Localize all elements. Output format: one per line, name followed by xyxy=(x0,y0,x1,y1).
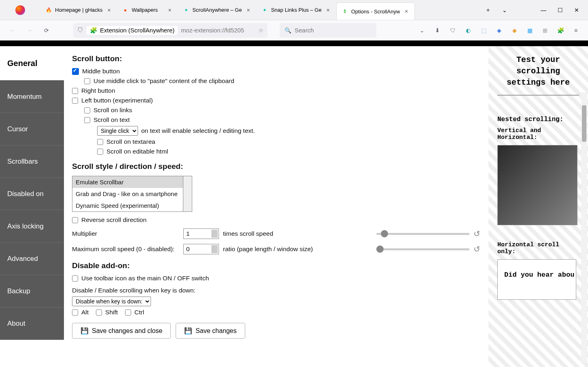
checkbox-left-button[interactable] xyxy=(72,98,78,104)
bitwarden-icon[interactable]: ◈ xyxy=(495,26,503,34)
tab-scrollanywhere-addon[interactable]: ✦ ScrollAnywhere – Ge × xyxy=(178,0,257,20)
spinner-multiplier[interactable]: 1 xyxy=(183,228,219,239)
tab-ghacks[interactable]: 🔥 Homepage | gHacks × xyxy=(40,0,117,20)
close-icon[interactable]: × xyxy=(167,7,173,13)
sidebar-item-axis-locking[interactable]: Axis locking xyxy=(0,210,64,243)
reload-button[interactable]: ⟳ xyxy=(40,24,53,37)
new-tab-icon[interactable]: ＋ xyxy=(485,7,491,13)
slider-maxspeed[interactable] xyxy=(376,248,469,250)
translate-icon[interactable]: ⬚ xyxy=(480,26,488,34)
ublock-icon[interactable]: 🛡 xyxy=(449,26,457,34)
heading-scroll-button: Scroll button: xyxy=(72,54,480,63)
close-icon[interactable]: × xyxy=(403,8,410,15)
toolbar-extensions: ⌄ ⬇ 🛡 ◐ ⬚ ◈ ◆ ▦ ⊞ 🧩 ≡ xyxy=(418,26,582,34)
select-keydown[interactable]: Disable when key is down: xyxy=(72,297,151,306)
url-bar[interactable]: ⛉ 🧩 Extension (ScrollAnywhere) moz-exten… xyxy=(73,23,267,38)
ext-icon-1[interactable]: ◐ xyxy=(464,26,472,34)
save-and-close-button[interactable]: 💾 Save changes and close xyxy=(72,323,171,339)
url-prefix-label: Extension (ScrollAnywhere) xyxy=(100,27,174,34)
checkbox-reverse[interactable] xyxy=(72,217,78,223)
search-bar[interactable]: 🔍 xyxy=(280,23,376,38)
reset-maxspeed-icon[interactable]: ↺ xyxy=(473,244,480,254)
listbox-item-dynamic[interactable]: Dynamic Speed (experimental) xyxy=(72,200,183,211)
checkbox-toolbar-switch[interactable] xyxy=(72,275,78,282)
reset-multiplier-icon[interactable]: ↺ xyxy=(473,229,480,239)
app-menu-icon[interactable]: ≡ xyxy=(572,26,580,34)
checkbox-middle-button[interactable] xyxy=(72,68,79,75)
extension-icon: 🧩 xyxy=(90,27,98,34)
url-identity[interactable]: 🧩 Extension (ScrollAnywhere) xyxy=(87,26,178,35)
listbox-scrollbar[interactable] xyxy=(183,176,192,212)
search-icon: 🔍 xyxy=(284,27,291,34)
titlebar-controls: ＋ ⌄ — ☐ ✕ xyxy=(477,0,588,20)
close-icon[interactable]: × xyxy=(106,7,113,13)
tab-label: Snap Links Plus – Ge xyxy=(271,7,322,13)
tab-label: Homepage | gHacks xyxy=(55,7,103,13)
tab-snaplinks-addon[interactable]: ✦ Snap Links Plus – Ge × xyxy=(257,0,336,20)
checkbox-alt[interactable] xyxy=(72,309,78,316)
label-click-mode-suffix: on text will enable selecting / editing … xyxy=(141,127,255,134)
sidebar-item-disabled-on[interactable]: Disabled on xyxy=(0,178,64,210)
favicon-addon-icon: ✦ xyxy=(261,7,268,13)
sidebar-item-backup[interactable]: Backup xyxy=(0,275,64,307)
close-icon[interactable]: × xyxy=(245,7,252,13)
select-click-mode[interactable]: Single click xyxy=(97,126,138,136)
maximize-icon[interactable]: ☐ xyxy=(557,7,563,13)
listbox-item-grab[interactable]: Grab and Drag - like on a smartphone xyxy=(72,188,183,200)
checkbox-scroll-textarea[interactable] xyxy=(97,139,103,145)
page-scrollbar[interactable] xyxy=(581,92,587,363)
label-multiplier: Multiplier xyxy=(72,230,179,237)
checkbox-shift[interactable] xyxy=(96,309,102,316)
checkbox-middle-paste[interactable] xyxy=(84,78,90,84)
checkbox-scroll-links[interactable] xyxy=(84,107,90,113)
extensions-icon[interactable]: 🧩 xyxy=(556,26,565,34)
spinner-maxspeed[interactable]: 0 xyxy=(183,244,219,254)
bookmark-star-icon[interactable]: ☆ xyxy=(258,27,263,34)
sidebar-item-about[interactable]: About xyxy=(0,307,64,340)
nested-heading: Nested scrolling: xyxy=(497,116,579,123)
pocket-icon[interactable]: ⌄ xyxy=(418,26,426,34)
ext-icon-4[interactable]: ⊞ xyxy=(541,26,549,34)
close-icon[interactable]: × xyxy=(325,7,331,13)
label-multiplier-suffix: times scroll speed xyxy=(223,230,273,237)
checkbox-ctrl[interactable] xyxy=(125,309,131,316)
slider-multiplier[interactable] xyxy=(376,233,469,235)
downloads-icon[interactable]: ⬇ xyxy=(433,26,442,34)
all-tabs-icon[interactable]: ⌄ xyxy=(501,7,508,13)
ext-icon-2[interactable]: ◆ xyxy=(510,26,518,34)
forward-button[interactable]: → xyxy=(23,24,36,37)
checkbox-scroll-text[interactable] xyxy=(84,117,90,123)
sidebar-item-advanced[interactable]: Advanced xyxy=(0,243,64,275)
sidebar-item-general[interactable]: General xyxy=(0,46,64,81)
label-scroll-links: Scroll on links xyxy=(93,107,132,114)
test-scrollbox-h[interactable]: Did you hear abou xyxy=(497,259,576,300)
honly-heading: Horizontal scroll only: xyxy=(497,241,579,255)
search-input[interactable] xyxy=(295,27,371,34)
sidebar-item-scrollbars[interactable]: Scrollbars xyxy=(0,145,64,178)
test-scrollbox-vh[interactable] xyxy=(497,145,577,225)
checkbox-scroll-editable[interactable] xyxy=(97,149,103,155)
settings-main: Scroll button: Middle button Use middle … xyxy=(64,46,488,367)
tab-label: Wallpapers xyxy=(132,7,163,13)
close-window-icon[interactable]: ✕ xyxy=(573,7,580,13)
save-button[interactable]: 💾 Save changes xyxy=(176,323,245,339)
shield-icon[interactable]: ⛉ xyxy=(77,27,83,34)
save-icon: 💾 xyxy=(184,327,192,335)
ext-icon-3[interactable]: ▦ xyxy=(526,26,534,34)
favicon-reddit-icon: ● xyxy=(122,7,129,13)
scroll-style-listbox[interactable]: Emulate Scrollbar Grab and Drag - like o… xyxy=(72,176,183,212)
tab-label: Options - ScrollAnyw xyxy=(351,9,400,15)
tab-options-active[interactable]: ⇕ Options - ScrollAnyw × xyxy=(336,2,415,20)
label-scroll-textarea: Scroll on textarea xyxy=(106,138,155,145)
checkbox-right-button[interactable] xyxy=(72,88,78,94)
back-button[interactable]: ← xyxy=(6,24,19,37)
minimize-icon[interactable]: — xyxy=(540,7,547,13)
sidebar-item-momentum[interactable]: Momentum xyxy=(0,81,64,113)
titlebar: 🔥 Homepage | gHacks × ● Wallpapers × ✦ S… xyxy=(0,0,588,20)
tab-wallpapers[interactable]: ● Wallpapers × xyxy=(117,0,178,20)
listbox-item-emulate[interactable]: Emulate Scrollbar xyxy=(72,176,183,188)
url-path: moz-extension://fd5205 xyxy=(181,27,244,34)
label-toolbar-switch: Use toolbar icon as the main ON / OFF sw… xyxy=(81,275,209,282)
sidebar-item-cursor[interactable]: Cursor xyxy=(0,113,64,145)
label-maxspeed-suffix: ratio (page length / window size) xyxy=(223,245,313,253)
